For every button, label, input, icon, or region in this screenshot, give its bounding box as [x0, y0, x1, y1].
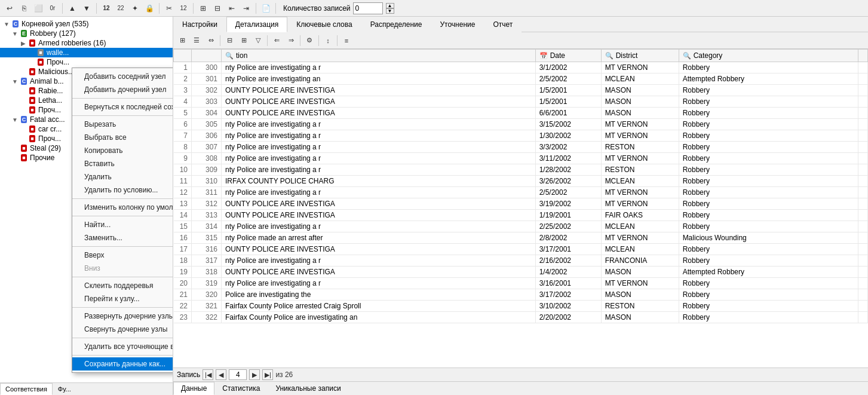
table-row[interactable]: 11 310 IRFAX COUNTY POLICE CHARG 3/26/20… [174, 176, 868, 187]
table-row[interactable]: 20 319 nty Police are investigating a r … [174, 278, 868, 289]
table-row[interactable]: 4 303 OUNTY POLICE ARE INVESTIGA 1/5/200… [174, 96, 868, 108]
count-down[interactable]: ▼ [386, 8, 394, 14]
table-row[interactable]: 13 312 OUNTY POLICE ARE INVESTIGA 3/19/2… [174, 198, 868, 210]
cm-find[interactable]: Найти... Ctrl+F [72, 218, 173, 231]
table-row[interactable]: 9 308 nty Police are investigating a r 3… [174, 153, 868, 164]
btab-data[interactable]: Данные [173, 382, 214, 395]
icon-arr2[interactable]: ⇥ [240, 2, 252, 14]
icon-12[interactable]: 12 [100, 2, 112, 14]
nav-current[interactable] [229, 369, 247, 380]
cm-delete-cond[interactable]: Удалить по условию... [72, 183, 173, 197]
nav-last[interactable]: ▶| [262, 369, 273, 380]
table-row[interactable]: 16 315 nty Police made an arrest after 2… [174, 232, 868, 244]
cm-up[interactable]: Вверх [72, 249, 173, 262]
table-row[interactable]: 14 313 OUNTY POLICE ARE INVESTIGA 1/19/2… [174, 210, 868, 221]
cm-cut[interactable]: Вырезать Ctrl+X [72, 118, 173, 131]
tab-refinement[interactable]: Уточнение [431, 17, 484, 32]
table-row[interactable]: 3 302 OUNTY POLICE ARE INVESTIGA 1/5/200… [174, 85, 868, 96]
btab-statistics[interactable]: Статистика [214, 382, 268, 395]
cm-paste[interactable]: Вставить Ctrl+V [72, 157, 173, 170]
tab-nastroyki[interactable]: Настройки [173, 17, 226, 32]
cm-expand-children[interactable]: Развернуть дочерние узлы [72, 310, 173, 323]
count-input[interactable] [353, 2, 383, 14]
bl-tab-matches[interactable]: Соответствия [0, 383, 53, 395]
table-row[interactable]: 18 317 nty Police are investigating a r … [174, 255, 868, 267]
table-row[interactable]: 23 322 Fairfax County Police are investi… [174, 312, 868, 323]
tab-report[interactable]: Отчет [484, 17, 522, 32]
icon-star[interactable]: ✦ [129, 2, 141, 14]
expand-armed[interactable]: ▶ [19, 40, 27, 47]
tree-item-armed[interactable]: ▶ ■ Armed robberies (16) [0, 38, 173, 48]
cm-copy[interactable]: Копировать Ctrl+C [72, 144, 173, 157]
nav-next[interactable]: ▶ [249, 369, 260, 380]
icon-undo[interactable]: ↩ [4, 2, 16, 14]
cm-merge[interactable]: Склеить поддеревья [72, 279, 173, 292]
cm-delete[interactable]: Удалить Delete [72, 170, 173, 183]
tab-keywords[interactable]: Ключевые слова [287, 17, 361, 32]
icon-up[interactable]: ▲ [66, 2, 78, 14]
icon-down[interactable]: ▼ [81, 2, 93, 14]
icon-0r[interactable]: 0r [47, 2, 59, 14]
th-district[interactable]: 🔍 District [601, 50, 679, 62]
expand-fatal[interactable]: ▼ [11, 117, 19, 123]
table-row[interactable]: 22 321 Fairfax County Police arrested Cr… [174, 301, 868, 312]
cm-replace[interactable]: Заменить... Ctrl+R [72, 231, 173, 244]
tree-item-wallet[interactable]: ■ walle... [0, 48, 173, 57]
icon-cols2[interactable]: ⊟ [211, 2, 223, 14]
icon-node[interactable]: ⬜ [32, 2, 44, 14]
tree-item-proch1[interactable]: ■ Проч... [0, 57, 173, 67]
table-row[interactable]: 12 311 nty Police are investigating a r … [174, 187, 868, 198]
expand-animal[interactable]: ▼ [11, 78, 19, 85]
icon-page[interactable]: 📄 [260, 2, 272, 14]
th-desc[interactable]: 🔍 tion [222, 50, 536, 62]
tab-distribution[interactable]: Распределение [361, 17, 431, 32]
table-row[interactable]: 21 320 Police are investigating the 3/17… [174, 289, 868, 301]
icon-cols[interactable]: ⊞ [197, 2, 209, 14]
st-table-view[interactable]: ⊞ [176, 34, 189, 47]
table-row[interactable]: 2 301 nty Police are investigating an 2/… [174, 74, 868, 85]
st-sort-toggle[interactable]: ↕ [321, 34, 335, 47]
cm-revert[interactable]: Вернуться к последней сохраненной версии [72, 100, 173, 114]
table-row[interactable]: 5 304 OUNTY POLICE ARE INVESTIGA 6/6/200… [174, 108, 868, 119]
cm-remove-all-cond[interactable]: Удалить все уточняющие выражения [72, 340, 173, 353]
icon-lock[interactable]: 🔒 [143, 2, 155, 14]
tab-detalizatsiya[interactable]: Детализация [226, 17, 287, 32]
nav-prev[interactable]: ◀ [216, 369, 226, 380]
st-filter[interactable]: ▽ [251, 34, 265, 47]
tree-item-robbery[interactable]: ▼ E Robbery (127) [0, 29, 173, 38]
table-row[interactable]: 19 318 OUNTY POLICE ARE INVESTIGA 1/4/20… [174, 267, 868, 278]
st-list-toggle[interactable]: ≡ [340, 34, 353, 47]
st-settings[interactable]: ⚙ [303, 34, 316, 47]
table-row[interactable]: 10 309 nty Police are investigating a r … [174, 164, 868, 176]
th-date[interactable]: 📅 Date [535, 50, 601, 62]
st-sort1[interactable]: ⇐ [270, 34, 283, 47]
table-row[interactable]: 17 316 OUNTY POLICE ARE INVESTIGA 3/17/2… [174, 244, 868, 255]
st-col2[interactable]: ⊞ [237, 34, 250, 47]
expand-robbery[interactable]: ▼ [11, 30, 19, 37]
st-arrow-view[interactable]: ⇔ [204, 34, 217, 47]
table-row[interactable]: 7 306 nty Police are investigating a r 1… [174, 130, 868, 142]
table-row[interactable]: 8 307 nty Police are investigating a r 3… [174, 142, 868, 153]
st-sort2[interactable]: ⇒ [284, 34, 297, 47]
table-row[interactable]: 15 314 nty Police are investigating a r … [174, 221, 868, 232]
cm-add-child[interactable]: Добавить дочерний узел Ctrl+Insert [72, 83, 173, 96]
icon-22[interactable]: 22 [115, 2, 127, 14]
table-row[interactable]: 6 305 nty Police are investigating a r 3… [174, 119, 868, 130]
icon-cut[interactable]: ✂ [163, 2, 175, 14]
cm-change-col[interactable]: Изменить колонку по умолчанию [72, 201, 173, 214]
st-col1[interactable]: ⊟ [223, 34, 236, 47]
cm-collapse-children[interactable]: Свернуть дочерние узлы [72, 323, 173, 336]
btab-unique[interactable]: Уникальные записи [268, 382, 348, 395]
icon-copy[interactable]: ⎘ [18, 2, 30, 14]
icon-arr1[interactable]: ⇤ [226, 2, 238, 14]
icon-num12b[interactable]: 12 [177, 2, 189, 14]
cm-save-as[interactable]: Сохранить данные как... [72, 357, 173, 370]
cm-goto[interactable]: Перейти к узлу... Ctrl+G [72, 292, 173, 305]
st-list-view[interactable]: ☰ [190, 34, 203, 47]
th-category[interactable]: 🔍 Category [679, 50, 858, 62]
count-up[interactable]: ▲ [386, 3, 394, 8]
cm-selectall[interactable]: Выбрать все Ctrl+A [72, 131, 173, 144]
nav-first[interactable]: |◀ [203, 369, 213, 380]
expand-root[interactable]: ▼ [2, 21, 11, 27]
bl-tab-fu[interactable]: Фу... [53, 383, 76, 395]
